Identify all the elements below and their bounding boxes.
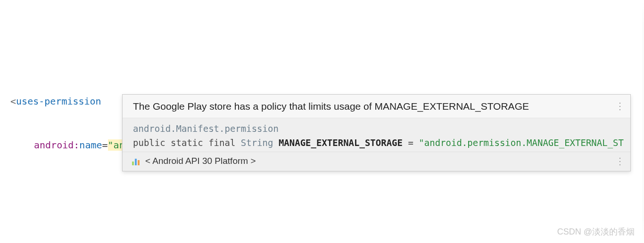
watermark: CSDN @淡淡的香烟 [557,226,635,237]
popup-header: The Google Play store has a policy that … [123,95,630,118]
type-name: String [241,138,273,148]
footer-more-icon[interactable]: ⋮ [615,156,624,166]
eq-token: = [403,138,419,148]
more-actions-icon[interactable]: ⋮ [615,99,624,111]
attr-namespace: android [34,139,74,151]
documentation-popup[interactable]: The Google Play store has a policy that … [122,94,631,171]
platform-icon [132,157,140,165]
keyword-modifiers: public static final [133,138,241,148]
tag-open-bracket: < [10,96,16,107]
xml-tag-name: uses-permission [16,96,101,107]
attr-colon: : [74,139,79,151]
space [273,138,278,148]
popup-title: The Google Play store has a policy that … [133,99,615,113]
declaration-line: public static final String MANAGE_EXTERN… [133,136,624,150]
platform-label[interactable]: < Android API 30 Platform > [145,156,256,166]
constant-name: MANAGE_EXTERNAL_STORAGE [279,138,403,148]
popup-footer: < Android API 30 Platform > ⋮ [123,152,630,171]
equals-sign: = [102,139,108,151]
string-literal: "android.permission.MANAGE_EXTERNAL_ST [419,138,624,148]
class-path[interactable]: android.Manifest.permission [133,122,624,136]
open-quote: " [108,139,114,151]
popup-body: android.Manifest.permission public stati… [123,118,630,152]
attr-name: name [79,139,102,151]
